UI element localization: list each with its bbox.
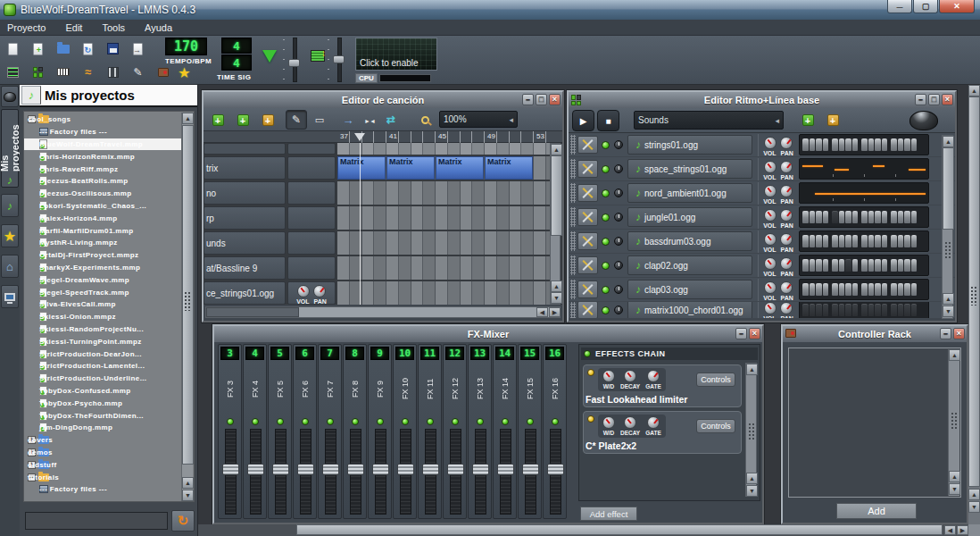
beat-cell[interactable] [852, 235, 859, 247]
fader-handle[interactable] [347, 464, 364, 475]
beat-cell[interactable] [810, 304, 816, 316]
sidebar-tab-computer[interactable] [1, 285, 19, 308]
beat-pattern[interactable] [799, 206, 929, 228]
sidebar-tab-mis-proyectos[interactable]: Mis proyectos [1, 109, 19, 188]
fader-handle[interactable] [397, 464, 414, 475]
drag-handle-icon[interactable] [570, 231, 576, 251]
beat-cell[interactable] [911, 211, 918, 223]
effect-knob[interactable] [647, 416, 660, 429]
scroll-up-arrow[interactable]: ▲ [182, 113, 194, 124]
os-minimize-button[interactable] [887, 0, 912, 13]
beat-cell[interactable] [898, 138, 904, 151]
beat-cell[interactable] [911, 259, 918, 272]
tree-item[interactable]: Siegel-DreamWave.mmp [24, 273, 181, 286]
solo-knob[interactable] [614, 188, 623, 197]
beat-cell[interactable] [810, 138, 816, 151]
master-volume-slider[interactable] [287, 38, 300, 82]
fx-fader[interactable] [450, 429, 461, 515]
menu-item-tools[interactable]: Tools [102, 22, 125, 33]
beat-cell[interactable] [823, 259, 829, 272]
fader-handle[interactable] [247, 464, 264, 475]
tree-item[interactable]: OrtalDj-FirstProyect.mmpz [24, 249, 181, 262]
tree-item[interactable]: TobyDox-Psycho.mmp [24, 397, 181, 409]
song-timeline-ruler[interactable]: 3741454953 [203, 131, 562, 143]
tree-item[interactable]: Djeezus-BeatRolls.mmp [24, 175, 181, 188]
beat-cell[interactable] [823, 138, 829, 151]
beat-cell[interactable] [852, 259, 859, 272]
add-sample-folder-button[interactable]: + [822, 110, 843, 130]
track-controls-plate[interactable] [287, 231, 336, 255]
add-bb-track-button[interactable]: + [232, 110, 253, 130]
fx-channel-led[interactable] [377, 418, 384, 425]
mute-led[interactable] [602, 238, 610, 246]
add-bb-track-button[interactable]: + [797, 110, 818, 130]
beat-cell[interactable] [861, 304, 868, 316]
track-actions-button[interactable] [577, 136, 598, 154]
solo-knob[interactable] [614, 306, 623, 314]
beat-cell[interactable] [898, 259, 904, 272]
fx-channel[interactable]: 13FX 13 [468, 344, 492, 519]
beat-pattern[interactable] [799, 182, 929, 204]
bb-track-name-plate[interactable]: clap03.ogg [627, 280, 752, 299]
minimize-button[interactable] [522, 94, 534, 105]
beat-pattern[interactable] [799, 279, 929, 300]
add-sample-track-button[interactable]: + [257, 110, 278, 130]
solo-knob[interactable] [614, 261, 623, 270]
scroll-up-arrow[interactable]: ▲ [182, 477, 194, 489]
beat-cell[interactable] [875, 138, 881, 151]
drag-handle-icon[interactable] [570, 159, 576, 179]
add-effect-button[interactable]: Add effect [580, 507, 637, 521]
effect-enabled-led[interactable] [587, 415, 594, 423]
fx-channel-led[interactable] [427, 418, 434, 425]
effect-knob[interactable] [602, 416, 615, 429]
tree-item[interactable]: StrictProduction-Lamentel... [24, 360, 181, 373]
fx-channel-led[interactable] [452, 418, 459, 425]
scroll-thumb[interactable] [943, 147, 954, 230]
fx-channel-number[interactable]: 9 [370, 347, 389, 360]
fx-channel-number[interactable]: 16 [545, 347, 564, 360]
menu-item-ayuda[interactable]: Ayuda [145, 22, 172, 33]
fader-handle[interactable] [447, 464, 464, 475]
volume-knob[interactable] [764, 281, 777, 294]
drag-handle-icon[interactable] [570, 135, 576, 155]
scroll-up-arrow[interactable]: ▲ [746, 364, 758, 375]
fx-channel-led[interactable] [527, 418, 534, 425]
fx-channel-led[interactable] [277, 418, 284, 425]
fx-channel[interactable]: 4FX 4 [243, 344, 267, 519]
beat-cell[interactable] [823, 211, 829, 223]
effect-knob[interactable] [647, 370, 660, 382]
sidebar-tab-instruments[interactable] [1, 86, 19, 107]
pan-knob[interactable] [780, 302, 793, 314]
tree-item[interactable]: TobyDox-Confused.mmp [24, 385, 181, 398]
controller-rack-titlebar[interactable]: Controller Rack [783, 326, 967, 342]
beat-cell[interactable] [868, 235, 875, 247]
solo-knob[interactable] [614, 164, 623, 173]
new-from-template-button[interactable]: + [27, 38, 49, 60]
refresh-button[interactable] [171, 510, 195, 532]
beat-cell[interactable] [868, 211, 875, 223]
track-actions-button[interactable] [577, 302, 598, 318]
fx-channel-led[interactable] [327, 418, 334, 425]
track-timeline[interactable] [337, 181, 552, 205]
track-actions-button[interactable] [577, 184, 598, 202]
scroll-thumb[interactable] [206, 307, 299, 317]
beat-cell[interactable] [832, 235, 838, 247]
volume-knob[interactable] [764, 137, 777, 149]
beat-cell[interactable] [904, 259, 910, 272]
toggle-song-editor-button[interactable] [2, 61, 24, 83]
beat-cell[interactable] [891, 283, 897, 296]
beat-cell[interactable] [875, 211, 881, 223]
track-controls-plate[interactable] [287, 206, 336, 230]
fader-handle[interactable] [372, 464, 389, 475]
maximize-button[interactable] [928, 94, 940, 105]
bb-vertical-scrollbar[interactable]: ▲ ▲ ▼ [942, 135, 953, 319]
beat-cell[interactable] [911, 283, 918, 296]
os-titlebar[interactable]: BlueWolf-DreamTravel - LMMS 0.4.3 [0, 0, 980, 20]
beat-cell[interactable] [904, 283, 910, 296]
beat-cell[interactable] [904, 235, 910, 247]
beat-cell[interactable] [832, 138, 838, 151]
tree-item[interactable]: --- Factory files --- [24, 483, 181, 496]
bb-track-name-plate[interactable]: clap02.ogg [627, 255, 752, 275]
solo-knob[interactable] [614, 285, 623, 294]
fx-fader[interactable] [225, 429, 237, 515]
